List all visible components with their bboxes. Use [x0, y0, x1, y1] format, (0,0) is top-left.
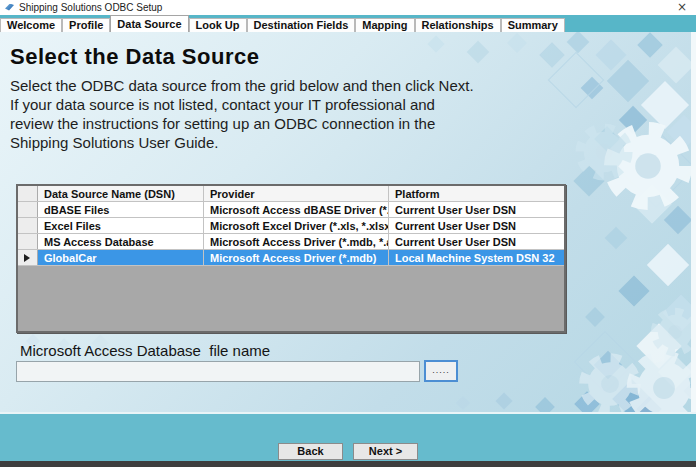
column-header-dsn[interactable]: Data Source Name (DSN) — [38, 186, 204, 201]
description-line: If your data source is not listed, conta… — [10, 95, 474, 114]
data-source-grid: Data Source Name (DSN) Provider Platform… — [16, 184, 566, 333]
column-header-provider[interactable]: Provider — [204, 186, 389, 201]
content-area: Select the Data Source Select the ODBC d… — [0, 32, 696, 412]
cell-platform[interactable]: Local Machine System DSN 32 — [389, 250, 564, 265]
row-selector[interactable] — [18, 202, 38, 217]
app-icon — [4, 3, 15, 13]
odbc-setup-window: { "window": { "title": "Shipping Solutio… — [0, 0, 696, 467]
column-header-platform[interactable]: Platform — [389, 186, 564, 201]
cell-provider[interactable]: Microsoft Access Driver (*.mdb, *.acc... — [204, 234, 389, 249]
table-row[interactable]: MS Access Database Microsoft Access Driv… — [18, 234, 564, 250]
table-row[interactable]: Excel Files Microsoft Excel Driver (*.xl… — [18, 218, 564, 234]
tab-data-source[interactable]: Data Source — [110, 15, 188, 32]
file-name-input[interactable] — [16, 361, 420, 382]
description-line: review the instructions for setting up a… — [10, 114, 474, 133]
cell-platform[interactable]: Current User User DSN — [389, 234, 564, 249]
next-button[interactable]: Next > — [353, 443, 418, 460]
tab-welcome[interactable]: Welcome — [0, 18, 62, 32]
tab-strip: Welcome Profile Data Source Look Up Dest… — [0, 15, 696, 32]
cell-provider[interactable]: Microsoft Excel Driver (*.xls, *.xlsx, *… — [204, 218, 389, 233]
description-line: Select the ODBC data source from the gri… — [10, 76, 474, 95]
tab-summary[interactable]: Summary — [501, 18, 565, 32]
title-bar: Shipping Solutions ODBC Setup × — [0, 0, 696, 15]
description-line: Shipping Solutions User Guide. — [10, 133, 474, 152]
cell-platform[interactable]: Current User User DSN — [389, 202, 564, 217]
row-selector[interactable] — [18, 234, 38, 249]
row-selector[interactable] — [18, 218, 38, 233]
table-row[interactable]: dBASE Files Microsoft Access dBASE Drive… — [18, 202, 564, 218]
tab-relationships[interactable]: Relationships — [415, 18, 501, 32]
back-button[interactable]: Back — [278, 443, 343, 460]
cell-platform[interactable]: Current User User DSN — [389, 218, 564, 233]
current-row-arrow-icon — [24, 254, 30, 262]
footer-bar: Back Next > — [0, 412, 696, 461]
grid-header-row: Data Source Name (DSN) Provider Platform — [18, 186, 564, 202]
cell-provider[interactable]: Microsoft Access Driver (*.mdb) — [204, 250, 389, 265]
tab-profile[interactable]: Profile — [62, 18, 110, 32]
tab-mapping[interactable]: Mapping — [355, 18, 414, 32]
cell-dsn[interactable]: Excel Files — [38, 218, 204, 233]
grid-selector-header — [18, 186, 38, 201]
close-icon[interactable]: × — [675, 0, 689, 14]
bottom-strip — [0, 461, 696, 467]
browse-button[interactable]: ..... — [424, 360, 458, 382]
tab-look-up[interactable]: Look Up — [189, 18, 247, 32]
window-title: Shipping Solutions ODBC Setup — [19, 2, 162, 13]
tab-destination-fields[interactable]: Destination Fields — [247, 18, 356, 32]
page-description: Select the ODBC data source from the gri… — [10, 76, 474, 152]
page-title: Select the Data Source — [10, 44, 259, 70]
cell-dsn[interactable]: dBASE Files — [38, 202, 204, 217]
file-name-label: Microsoft Access Database file name — [20, 342, 270, 359]
cell-dsn[interactable]: GlobalCar — [38, 250, 204, 265]
cell-provider[interactable]: Microsoft Access dBASE Driver (*.dbf... — [204, 202, 389, 217]
row-selector-current[interactable] — [18, 250, 38, 265]
cell-dsn[interactable]: MS Access Database — [38, 234, 204, 249]
table-row-selected[interactable]: GlobalCar Microsoft Access Driver (*.mdb… — [18, 250, 564, 266]
